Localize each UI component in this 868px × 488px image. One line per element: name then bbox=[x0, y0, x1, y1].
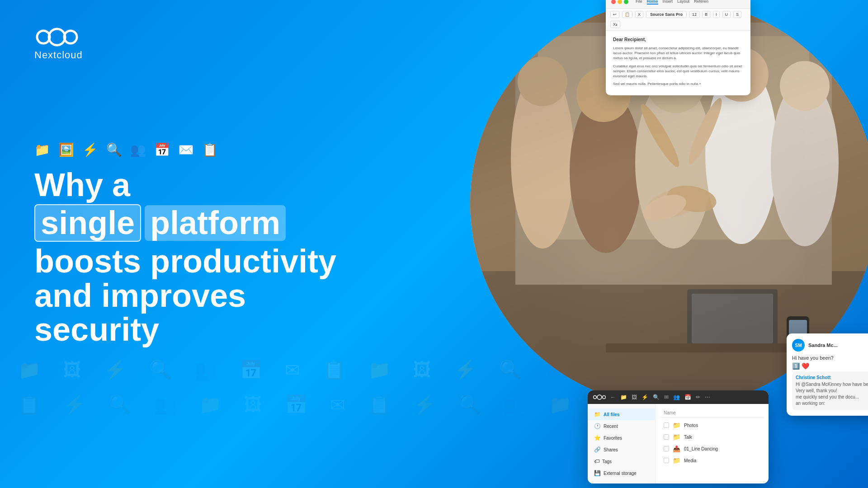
search-icon: 🔍 bbox=[106, 142, 122, 157]
chat-message-block: Christine Schott Hi @Sandra McKinney how… bbox=[792, 371, 868, 410]
row-checkbox[interactable] bbox=[664, 434, 669, 440]
files-titlebar: ← 📁 🖼 ⚡ 🔍 ✉ 👥 📅 ✏ ⋯ bbox=[588, 390, 769, 404]
logo-svg bbox=[34, 27, 80, 47]
nav-more[interactable]: ⋯ bbox=[705, 394, 710, 400]
doc-screenshot: File Home Insert Layout Referen ↩ 📋 X So… bbox=[606, 0, 750, 95]
file-name: Talk bbox=[684, 435, 692, 440]
chat-message-text: Hi @Sandra McKinney how have been?Very w… bbox=[796, 381, 868, 407]
tags-icon: 🏷 bbox=[594, 458, 599, 465]
external-label: External storage bbox=[604, 471, 637, 476]
nav-edit[interactable]: ✏ bbox=[696, 394, 700, 400]
files-sidebar: 📁 All files 🕐 Recent ⭐ Favorites 🔗 Share… bbox=[588, 404, 656, 483]
nav-back[interactable]: ← bbox=[610, 394, 616, 400]
sidebar-external[interactable]: 💾 External storage bbox=[588, 467, 655, 479]
photos-icon: 🖼️ bbox=[58, 142, 74, 157]
nav-activity[interactable]: ⚡ bbox=[642, 394, 648, 400]
highlight-row: single platform bbox=[34, 204, 286, 242]
right-panel: File Home Insert Layout Referen ↩ 📋 X So… bbox=[398, 0, 868, 488]
reaction-heart: ❤️ bbox=[802, 362, 809, 370]
paste-button[interactable]: X bbox=[635, 11, 643, 18]
folder-icon: 📁 bbox=[673, 433, 680, 441]
highlight-platform: platform bbox=[145, 205, 286, 241]
recent-icon: 🕐 bbox=[594, 423, 601, 429]
app-icons-row: 📁 🖼️ ⚡ 🔍 👥 📅 ✉️ 📋 bbox=[34, 142, 342, 157]
nav-image[interactable]: 🖼 bbox=[632, 394, 637, 400]
contact-name: Sandra Mc... bbox=[808, 343, 838, 348]
minimize-dot bbox=[618, 0, 622, 4]
recent-label: Recent bbox=[604, 424, 618, 429]
calendar-icon: 📅 bbox=[154, 142, 170, 157]
left-panel: Nextcloud 📁 🖼️ ⚡ 🔍 👥 📅 ✉️ 📋 Why a single… bbox=[34, 27, 342, 347]
table-row[interactable]: 📁 Photos bbox=[660, 419, 764, 431]
doc-para3: Sed vel mauris nulla. Pellentesque porta… bbox=[613, 81, 743, 86]
favorites-label: Favorites bbox=[604, 436, 622, 441]
maximize-dot bbox=[624, 0, 628, 4]
doc-para1: Lorem ipsum dolor sit amet, consectetur … bbox=[613, 46, 743, 61]
font-size[interactable]: 12 bbox=[689, 11, 699, 18]
folder-icon: 📁 bbox=[673, 457, 680, 464]
sidebar-recent[interactable]: 🕐 Recent bbox=[588, 420, 655, 432]
italic-button[interactable]: I bbox=[713, 11, 720, 18]
reaction-1: 1️⃣ bbox=[792, 362, 800, 370]
tab-referen: Referen bbox=[694, 0, 708, 5]
svg-point-28 bbox=[594, 396, 597, 399]
sidebar-favorites[interactable]: ⭐ Favorites bbox=[588, 432, 655, 444]
tab-file: File bbox=[636, 0, 642, 5]
logo-area: Nextcloud bbox=[34, 27, 342, 61]
svg-point-29 bbox=[597, 395, 602, 399]
sidebar-shares[interactable]: 🔗 Shares bbox=[588, 444, 655, 455]
doc-greeting: Dear Recipient, bbox=[613, 37, 743, 42]
close-dot bbox=[611, 0, 616, 4]
undo-button[interactable]: ↩ bbox=[610, 11, 619, 18]
nc-logo-small bbox=[593, 394, 606, 400]
doc-window-controls bbox=[611, 0, 628, 4]
tab-insert: Insert bbox=[663, 0, 673, 5]
sidebar-all-files[interactable]: 📁 All files bbox=[588, 408, 655, 420]
chat-screenshot: SM Sandra Mc... Hi have you been? 1️⃣ ❤️… bbox=[787, 333, 868, 416]
name-column-label: Name bbox=[664, 410, 676, 415]
chat-sender-name: Christine Schott bbox=[796, 375, 868, 380]
svg-rect-21 bbox=[692, 294, 773, 343]
doc-menu-tabs: File Home Insert Layout Referen bbox=[636, 0, 708, 5]
chat-contact-name: Sandra Mc... bbox=[808, 343, 838, 348]
row-checkbox[interactable] bbox=[664, 458, 669, 463]
row-checkbox[interactable] bbox=[664, 446, 669, 451]
chat-header: SM Sandra Mc... bbox=[792, 339, 868, 352]
all-files-icon: 📁 bbox=[594, 411, 601, 418]
activity-icon: ⚡ bbox=[82, 142, 98, 157]
doc-content: Dear Recipient, Lorem ipsum dolor sit am… bbox=[606, 31, 750, 95]
table-row[interactable]: 📤 01_Line Dancing bbox=[660, 443, 764, 455]
row-checkbox[interactable] bbox=[664, 422, 669, 428]
headline-line1: Why a bbox=[34, 168, 342, 202]
doc-toolbar: ↩ 📋 X Source Sans Pro 12 B I U S X₂ bbox=[606, 9, 750, 31]
nav-folder[interactable]: 📁 bbox=[620, 394, 627, 400]
sidebar-tags[interactable]: 🏷 Tags bbox=[588, 455, 655, 467]
doc-titlebar: File Home Insert Layout Referen bbox=[606, 0, 750, 9]
table-row[interactable]: 📁 Talk bbox=[660, 431, 764, 443]
subscript-button[interactable]: X₂ bbox=[610, 21, 620, 28]
mail-icon: ✉️ bbox=[178, 142, 194, 157]
nav-mail[interactable]: ✉ bbox=[664, 394, 669, 400]
brand-name: Nextcloud bbox=[34, 49, 83, 61]
underline-button[interactable]: U bbox=[722, 11, 731, 18]
tab-home: Home bbox=[647, 0, 658, 5]
copy-button[interactable]: 📋 bbox=[622, 11, 632, 18]
nextcloud-logo bbox=[34, 27, 80, 47]
file-name: Photos bbox=[684, 423, 698, 428]
notes-icon: 📋 bbox=[202, 142, 218, 157]
nav-search[interactable]: 🔍 bbox=[653, 394, 660, 400]
bold-button[interactable]: B bbox=[702, 11, 710, 18]
external-icon: 💾 bbox=[594, 470, 601, 476]
all-files-label: All files bbox=[604, 412, 620, 417]
strike-button[interactable]: S bbox=[733, 11, 741, 18]
table-row[interactable]: 📁 Media bbox=[660, 455, 764, 466]
nav-contacts[interactable]: 👥 bbox=[673, 394, 680, 400]
chat-reactions: 1️⃣ ❤️ bbox=[792, 362, 868, 370]
contacts-icon: 👥 bbox=[130, 142, 146, 157]
favorites-icon: ⭐ bbox=[594, 435, 601, 441]
chat-avatar: SM bbox=[792, 339, 805, 352]
tab-layout: Layout bbox=[677, 0, 689, 5]
nav-calendar[interactable]: 📅 bbox=[684, 394, 691, 400]
font-selector[interactable]: Source Sans Pro bbox=[646, 11, 687, 18]
doc-para2: Curabitur eget eros nec orci volutpat so… bbox=[613, 64, 743, 79]
